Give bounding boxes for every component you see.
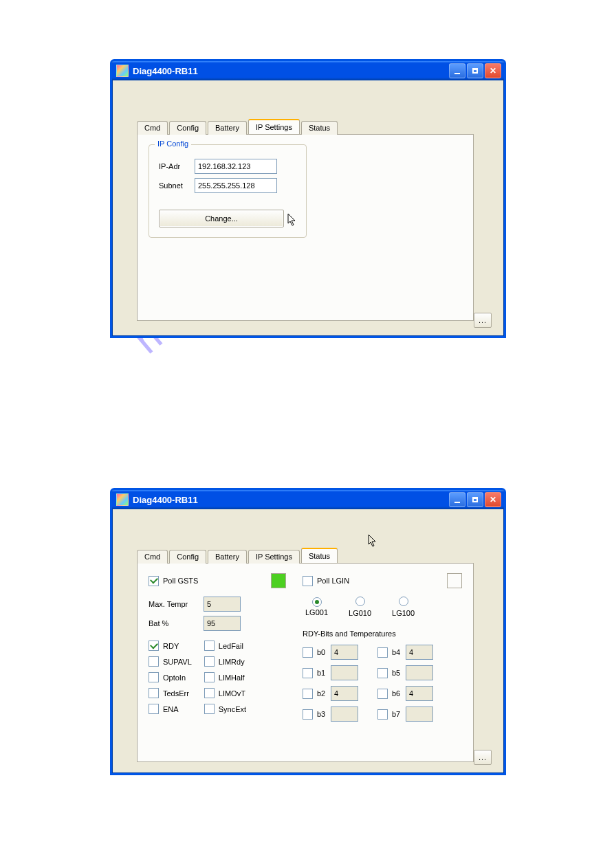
tab-cmd[interactable]: Cmd (137, 121, 168, 135)
b5-value (406, 665, 433, 680)
ledfail-label: LedFail (219, 642, 243, 650)
cursor-icon (368, 534, 377, 548)
window-title: Diag4400-RB11 (133, 495, 449, 505)
bat-pct-label: Bat % (149, 619, 204, 627)
tab-status[interactable]: Status (301, 548, 338, 563)
supavl-label: SUPAVL (163, 658, 192, 666)
change-button[interactable]: Change... (159, 210, 284, 227)
b6-label: b6 (392, 689, 406, 698)
poll-lgin-label: Poll LGIN (317, 577, 349, 585)
lgin-indicator (447, 573, 462, 588)
app-icon (116, 493, 129, 506)
b0-checkbox[interactable] (303, 647, 313, 658)
max-tempr-label: Max. Tempr (149, 600, 204, 608)
b7-value (406, 706, 433, 722)
optoin-label: OptoIn (163, 674, 186, 682)
b0-label: b0 (317, 648, 331, 656)
limrdy-checkbox[interactable] (204, 656, 215, 667)
minimize-button[interactable] (449, 63, 465, 78)
gsts-indicator (271, 573, 286, 588)
titlebar[interactable]: Diag4400-RB11 (112, 61, 504, 80)
tab-strip: Cmd Config Battery IP Settings Status (137, 548, 494, 563)
subnet-input[interactable] (195, 178, 277, 193)
ena-checkbox[interactable] (149, 704, 159, 714)
optoin-checkbox[interactable] (149, 672, 159, 682)
syncext-checkbox[interactable] (204, 704, 215, 714)
tab-page-status: Poll GSTS Max. Tempr Bat % RDY SUPAVL (137, 563, 474, 762)
close-button[interactable] (485, 63, 501, 78)
ena-label: ENA (163, 705, 179, 713)
b0-value (331, 645, 358, 660)
lg100-label: LG100 (392, 609, 415, 617)
limovt-label: LIMOvT (219, 689, 245, 698)
b2-checkbox[interactable] (303, 689, 313, 699)
tab-ip-settings[interactable]: IP Settings (248, 550, 300, 564)
titlebar[interactable]: Diag4400-RB11 (112, 490, 504, 509)
window-status: Diag4400-RB11 Cmd Config Battery IP Sett… (110, 488, 506, 775)
b4-value (406, 645, 433, 660)
lg001-radio[interactable] (312, 597, 322, 607)
tab-strip: Cmd Config Battery IP Settings Status (137, 119, 494, 134)
b2-value (331, 686, 358, 701)
max-tempr-value (204, 597, 241, 612)
tedserr-checkbox[interactable] (149, 688, 159, 698)
limrdy-label: LIMRdy (219, 658, 245, 666)
tab-ip-settings[interactable]: IP Settings (248, 119, 300, 134)
window-title: Diag4400-RB11 (133, 66, 449, 76)
b5-checkbox[interactable] (377, 668, 388, 678)
tab-battery[interactable]: Battery (208, 121, 247, 135)
tab-config[interactable]: Config (169, 550, 206, 564)
lg001-label: LG001 (305, 608, 328, 616)
b1-value (331, 665, 358, 680)
b5-label: b5 (392, 669, 406, 677)
limhalf-checkbox[interactable] (204, 672, 215, 682)
maximize-button[interactable] (467, 63, 483, 78)
b3-checkbox[interactable] (303, 709, 313, 720)
rdy-checkbox[interactable] (149, 641, 159, 651)
b1-label: b1 (317, 669, 331, 677)
poll-lgin-checkbox[interactable] (303, 576, 313, 586)
limovt-checkbox[interactable] (204, 688, 215, 698)
b7-checkbox[interactable] (377, 709, 388, 720)
tab-page-ip: IP Config IP-Adr Subnet Change... (137, 134, 474, 321)
cursor-icon (287, 213, 297, 227)
lg100-radio[interactable] (399, 597, 408, 606)
bat-pct-value (204, 616, 241, 631)
b2-label: b2 (317, 689, 331, 698)
ledfail-checkbox[interactable] (204, 641, 215, 651)
maximize-button[interactable] (467, 492, 483, 507)
syncext-label: SyncExt (219, 705, 246, 713)
ip-config-group: IP Config IP-Adr Subnet Change... (149, 144, 307, 238)
poll-gsts-checkbox[interactable] (149, 576, 159, 586)
subnet-label: Subnet (159, 181, 195, 190)
poll-gsts-label: Poll GSTS (163, 577, 198, 585)
ip-adr-label: IP-Adr (159, 162, 195, 170)
minimize-button[interactable] (449, 492, 465, 507)
flags-col-left: RDY SUPAVL OptoIn TedsErr ENA (149, 641, 192, 714)
ellipsis-button[interactable] (474, 750, 492, 765)
supavl-checkbox[interactable] (149, 656, 159, 667)
ip-config-group-label: IP Config (155, 140, 191, 148)
lg010-radio[interactable] (355, 597, 365, 606)
b3-value (331, 706, 358, 722)
ip-adr-input[interactable] (195, 159, 277, 174)
ellipsis-button[interactable] (474, 313, 492, 328)
limhalf-label: LIMHalf (219, 674, 245, 682)
tab-status[interactable]: Status (301, 121, 338, 135)
tab-battery[interactable]: Battery (208, 550, 247, 564)
rdy-label: RDY (163, 642, 179, 650)
close-button[interactable] (485, 492, 501, 507)
b3-label: b3 (317, 710, 331, 718)
app-icon (116, 65, 129, 77)
b4-label: b4 (392, 648, 406, 656)
rdy-bits-title: RDY-Bits and Temperatures (303, 630, 462, 638)
flags-col-right: LedFail LIMRdy LIMHalf LIMOvT SyncExt (204, 641, 246, 714)
b4-checkbox[interactable] (377, 647, 388, 658)
b7-label: b7 (392, 710, 406, 718)
tab-config[interactable]: Config (169, 121, 206, 135)
b1-checkbox[interactable] (303, 668, 313, 678)
b6-value (406, 686, 433, 701)
lg010-label: LG010 (349, 609, 371, 617)
b6-checkbox[interactable] (377, 689, 388, 699)
tab-cmd[interactable]: Cmd (137, 550, 168, 564)
